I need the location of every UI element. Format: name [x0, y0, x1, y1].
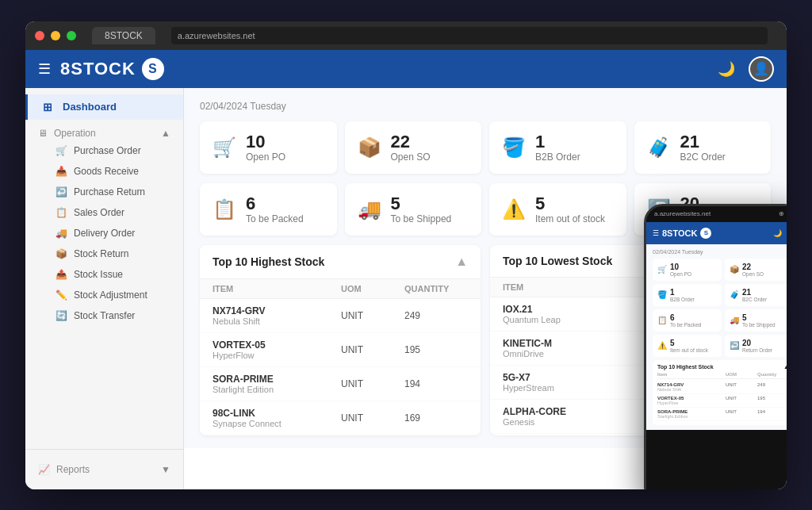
mobile-table-row: SORA-PRIME Starlight Edition UNIT 194	[657, 408, 787, 421]
mobile-b2c-icon: 🧳	[730, 290, 739, 299]
mobile-col-uom: UOM	[726, 372, 757, 377]
item-info: NX714-GRV Nebula Shift	[213, 305, 341, 326]
item-code: VORTEX-05	[213, 339, 341, 351]
mobile-collapse-icon: ▲	[783, 364, 787, 370]
mobile-item-sub: HyperFlow	[657, 401, 726, 405]
table-row[interactable]: VORTEX-05 HyperFlow UNIT 195	[200, 333, 481, 367]
mobile-b2c-num: 21	[742, 288, 767, 297]
stat-card-out-of-stock[interactable]: ⚠️ 5 Item out of stock	[489, 183, 626, 236]
mobile-stats-grid-4: ⚠️ 5 Item out of stock ↩️ 20 Return Orde…	[653, 335, 787, 357]
out-of-stock-label: Item out of stock	[535, 213, 605, 224]
sidebar-item-stock-return[interactable]: 📦 Stock Return	[25, 243, 183, 264]
sales-order-icon: 📋	[56, 207, 67, 218]
mobile-stats-grid-1: 🛒 10 Open PO 📦 22 Open SO	[653, 259, 787, 281]
operation-icon: 🖥	[38, 128, 48, 139]
sidebar-section-reports[interactable]: 📈 Reports ▼	[25, 459, 183, 477]
highest-stock-col-header: Item UOM Quantity	[200, 279, 481, 299]
open-so-info: 22 Open SO	[391, 132, 431, 163]
item-uom: UNIT	[341, 344, 404, 355]
mobile-table-row: NX714-GRV Nebula Shift UNIT 249	[657, 381, 787, 394]
table-row[interactable]: 98C-LINK Synapse Connect UNIT 169	[200, 401, 481, 435]
tab-label: 8STOCK	[105, 30, 143, 41]
mobile-outstock-icon: ⚠️	[657, 341, 667, 350]
table-row[interactable]: NX714-GRV Nebula Shift UNIT 249	[200, 299, 481, 333]
stock-transfer-label: Stock Transfer	[74, 310, 135, 321]
sidebar-item-dashboard[interactable]: ⊞ Dashboard	[25, 94, 183, 120]
out-of-stock-number: 5	[535, 194, 605, 213]
item-info: SORA-PRIME Starlight Edition	[213, 374, 341, 394]
collapse-icon[interactable]: ▲	[455, 255, 468, 269]
browser-tab[interactable]: 8STOCK	[92, 27, 155, 44]
stock-return-label: Stock Return	[74, 248, 128, 259]
mobile-outstock-num: 5	[670, 339, 708, 347]
user-avatar[interactable]: 👤	[749, 56, 774, 82]
mobile-open-so-num: 22	[742, 263, 764, 271]
sidebar-item-purchase-return[interactable]: ↩️ Purchase Return	[25, 182, 183, 202]
b2b-number: 1	[535, 132, 580, 151]
mobile-stat-b2b: 🪣 1 B2B Order	[653, 284, 722, 306]
mobile-stats-grid-3: 📋 6 To be Packed 🚚 5 To be Shipped	[653, 309, 787, 332]
stat-card-open-po[interactable]: 🛒 10 Open PO	[200, 121, 337, 174]
stat-card-to-be-shipped[interactable]: 🚚 5 To be Shipped	[345, 183, 482, 236]
b2c-icon: 🧳	[647, 136, 671, 159]
chevron-up-icon: ▲	[161, 128, 170, 139]
mobile-open-po-icon: 🛒	[657, 265, 667, 274]
purchase-return-icon: ↩️	[56, 186, 67, 197]
mobile-table-card: Top 10 Highest Stock ▲ Item UOM Quantity…	[653, 360, 787, 425]
stat-card-b2c[interactable]: 🧳 21 B2C Order	[634, 121, 772, 174]
sidebar-item-delivery-order[interactable]: 🚚 Delivery Order	[25, 223, 183, 243]
dark-mode-icon[interactable]: 🌙	[714, 56, 739, 82]
out-of-stock-info: 5 Item out of stock	[535, 194, 605, 224]
item-uom: UNIT	[341, 310, 404, 321]
table-row[interactable]: SORA-PRIME Starlight Edition UNIT 194	[200, 367, 481, 401]
stock-adjustment-label: Stock Adjustment	[74, 290, 147, 301]
sidebar-item-purchase-order[interactable]: 🛒 Purchase Order	[25, 140, 183, 161]
item-code: SORA-PRIME	[213, 374, 341, 385]
sidebar-item-sales-order[interactable]: 📋 Sales Order	[25, 202, 183, 223]
nav-right: 🌙 👤	[714, 56, 774, 82]
mobile-b2c-lbl: B2C Order	[742, 297, 767, 302]
b2b-icon: 🪣	[502, 136, 526, 159]
sidebar-item-goods-receive[interactable]: 📥 Goods Receive	[25, 161, 183, 182]
close-dot[interactable]	[35, 31, 44, 40]
col-quantity: Quantity	[404, 284, 468, 293]
stat-card-to-be-packed[interactable]: 📋 6 To be Packed	[200, 183, 337, 236]
lowest-stock-title: Top 10 Lowest Stock	[503, 255, 612, 267]
to-be-shipped-number: 5	[391, 194, 452, 213]
purchase-order-label: Purchase Order	[74, 145, 141, 156]
highest-stock-card: Top 10 Highest Stock ▲ Item UOM Quantity…	[200, 245, 481, 435]
mobile-body: 02/04/2024 Tuesday 🛒 10 Open PO 📦	[646, 244, 787, 430]
address-bar[interactable]: a.azurewebsites.net	[171, 27, 768, 44]
mobile-packed-lbl: To be Packed	[670, 322, 701, 328]
hamburger-icon[interactable]: ☰	[38, 60, 51, 78]
item-info: 98C-LINK Synapse Connect	[213, 408, 341, 428]
stat-card-b2b[interactable]: 🪣 1 B2B Order	[489, 121, 626, 174]
item-qty: 194	[404, 378, 468, 389]
mobile-overlay: a.azurewebsites.net ⊕ ⋮ ☰ 8STOCK S 🌙 👤	[644, 204, 787, 489]
item-info: VORTEX-05 HyperFlow	[213, 339, 341, 360]
sidebar-item-stock-transfer[interactable]: 🔄 Stock Transfer	[25, 305, 183, 326]
to-be-packed-info: 6 To be Packed	[246, 194, 304, 224]
item-code: 98C-LINK	[213, 408, 341, 419]
mobile-table-title: Top 10 Highest Stock ▲	[657, 364, 787, 370]
mobile-navbar: ☰ 8STOCK S 🌙 👤	[646, 222, 787, 244]
mobile-item-qty: 194	[757, 409, 787, 419]
open-so-label: Open SO	[391, 151, 431, 163]
b2b-info: 1 B2B Order	[535, 132, 580, 163]
mobile-packed-num: 6	[670, 313, 701, 322]
sidebar-dashboard-label: Dashboard	[63, 101, 117, 113]
operation-label: Operation	[54, 128, 161, 139]
maximize-dot[interactable]	[67, 31, 76, 40]
mobile-statusbar: a.azurewebsites.net ⊕ ⋮	[646, 206, 787, 222]
item-name: Starlight Edition	[213, 385, 341, 394]
sidebar-footer: 📈 Reports ▼	[25, 449, 183, 483]
open-po-label: Open PO	[246, 151, 285, 163]
minimize-dot[interactable]	[51, 31, 60, 40]
nav-left: ☰ 8STOCK S	[38, 58, 164, 80]
mobile-stat-packed: 📋 6 To be Packed	[653, 309, 722, 332]
sidebar-item-stock-adjustment[interactable]: ✏️ Stock Adjustment	[25, 285, 183, 305]
sidebar-item-stock-issue[interactable]: 📤 Stock Issue	[25, 264, 183, 285]
stat-card-open-so[interactable]: 📦 22 Open SO	[345, 121, 482, 174]
mobile-return-lbl: Return Order	[742, 347, 772, 353]
goods-receive-label: Goods Receive	[74, 166, 139, 177]
